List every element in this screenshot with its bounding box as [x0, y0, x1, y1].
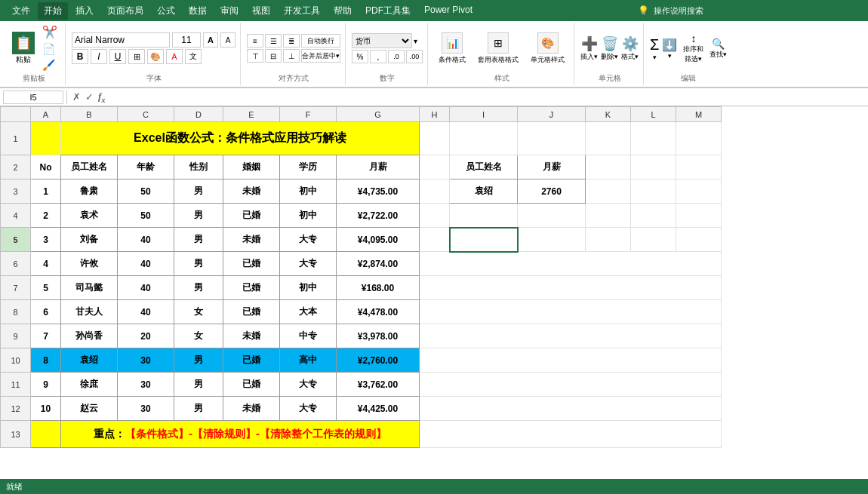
cell-d5[interactable]: 男	[174, 228, 223, 252]
cell-e8[interactable]: 已婚	[223, 300, 280, 324]
cell-f7[interactable]: 初中	[280, 276, 337, 300]
cell-h5[interactable]	[420, 228, 450, 252]
special-format-button[interactable]: 文	[185, 49, 202, 64]
cell-k3[interactable]	[586, 179, 631, 204]
search-label[interactable]: 操作说明搜索	[654, 5, 703, 17]
col-header-j[interactable]: J	[518, 107, 586, 122]
cell-d8[interactable]: 女	[174, 300, 223, 324]
cell-a4[interactable]: 2	[31, 204, 61, 228]
cell-d4[interactable]: 男	[174, 204, 223, 228]
cell-b6[interactable]: 许攸	[61, 252, 118, 276]
menu-view[interactable]: 视图	[246, 2, 276, 20]
cell-a13[interactable]	[31, 421, 61, 448]
underline-button[interactable]: U	[109, 49, 126, 64]
menu-developer[interactable]: 开发工具	[278, 2, 326, 20]
cell-h7-rest[interactable]	[420, 276, 722, 300]
sum-btn[interactable]: Σ ▾	[650, 36, 659, 61]
bot-align-btn[interactable]: ⊥	[283, 49, 300, 63]
cell-g6[interactable]: ¥2,874.00	[337, 252, 420, 276]
formula-input[interactable]	[108, 92, 865, 103]
cell-m4[interactable]	[676, 204, 722, 228]
menu-file[interactable]: 文件	[6, 2, 36, 20]
font-name-input[interactable]	[72, 32, 170, 48]
copy-button[interactable]: 📄	[41, 42, 59, 56]
align-center-btn[interactable]: ☰	[265, 34, 282, 48]
cell-h10-rest[interactable]	[420, 348, 722, 373]
cell-k4[interactable]	[586, 204, 631, 228]
cell-j1[interactable]	[518, 122, 586, 155]
cell-h12-rest[interactable]	[420, 397, 722, 421]
cell-l4[interactable]	[631, 204, 676, 228]
decimal-dec-btn[interactable]: .00	[406, 50, 423, 63]
cell-d12[interactable]: 男	[174, 397, 223, 421]
cell-i1[interactable]	[450, 122, 518, 155]
font-color-button[interactable]: A	[166, 49, 183, 64]
cell-b2[interactable]: 员工姓名	[61, 155, 118, 179]
menu-data[interactable]: 数据	[183, 2, 213, 20]
cell-h1[interactable]	[420, 122, 450, 155]
cell-i2[interactable]: 员工姓名	[450, 155, 518, 179]
cell-a1[interactable]	[31, 122, 61, 155]
menu-review[interactable]: 审阅	[214, 2, 245, 20]
cell-j5[interactable]	[518, 228, 586, 252]
cell-c5[interactable]: 40	[118, 228, 174, 252]
cell-j3[interactable]: 2760	[518, 179, 586, 204]
number-format-select[interactable]: 货币	[352, 33, 412, 48]
cell-d6[interactable]: 男	[174, 252, 223, 276]
cell-m5[interactable]	[676, 228, 722, 252]
cell-d10[interactable]: 男	[174, 348, 223, 373]
format-painter-button[interactable]: 🖌️	[41, 58, 59, 72]
col-header-m[interactable]: M	[676, 107, 722, 122]
col-header-h[interactable]: H	[420, 107, 450, 122]
cell-g10[interactable]: ¥2,760.00	[337, 348, 420, 373]
cell-l5[interactable]	[631, 228, 676, 252]
cell-a10[interactable]: 8	[31, 348, 61, 373]
cell-a5[interactable]: 3	[31, 228, 61, 252]
cell-a9[interactable]: 7	[31, 324, 61, 348]
format-as-table-btn[interactable]: ⊞ 套用表格格式	[473, 31, 523, 66]
cell-c12[interactable]: 30	[118, 397, 174, 421]
cell-b1-merged[interactable]: Excel函数公式：条件格式应用技巧解读	[61, 122, 420, 155]
format-cell-btn[interactable]: ⚙️ 格式▾	[621, 35, 639, 62]
cell-c11[interactable]: 30	[118, 373, 174, 397]
cell-i3[interactable]: 袁绍	[450, 179, 518, 204]
cell-k1[interactable]	[586, 122, 631, 155]
cell-e3[interactable]: 未婚	[223, 179, 280, 204]
cell-j4[interactable]	[518, 204, 586, 228]
cell-c9[interactable]: 20	[118, 324, 174, 348]
cell-e12[interactable]: 未婚	[223, 397, 280, 421]
cell-e9[interactable]: 未婚	[223, 324, 280, 348]
cell-f12[interactable]: 大专	[280, 397, 337, 421]
cell-b3[interactable]: 鲁肃	[61, 179, 118, 204]
cell-a6[interactable]: 4	[31, 252, 61, 276]
cell-f9[interactable]: 中专	[280, 324, 337, 348]
cancel-formula-icon[interactable]: ✗	[70, 91, 83, 103]
cell-e10[interactable]: 已婚	[223, 348, 280, 373]
menu-powerpivot[interactable]: Power Pivot	[418, 2, 479, 20]
cell-l1[interactable]	[631, 122, 676, 155]
cell-h11-rest[interactable]	[420, 373, 722, 397]
number-dropdown-icon[interactable]: ▾	[414, 37, 417, 45]
delete-cell-btn[interactable]: 🗑️ 删除▾	[601, 35, 618, 62]
cell-g8[interactable]: ¥4,478.00	[337, 300, 420, 324]
percent-btn[interactable]: %	[352, 50, 368, 63]
col-header-b[interactable]: B	[61, 107, 118, 122]
confirm-formula-icon[interactable]: ✓	[83, 91, 96, 103]
font-size-input[interactable]	[172, 32, 201, 48]
cell-h2[interactable]	[420, 155, 450, 179]
cell-g3[interactable]: ¥4,735.00	[337, 179, 420, 204]
col-header-l[interactable]: L	[631, 107, 676, 122]
cell-f8[interactable]: 大本	[280, 300, 337, 324]
align-right-btn[interactable]: ≣	[283, 34, 300, 48]
cell-f5[interactable]: 大专	[280, 228, 337, 252]
cell-a11[interactable]: 9	[31, 373, 61, 397]
cell-g5[interactable]: ¥4,095.00	[337, 228, 420, 252]
menu-pagelayout[interactable]: 页面布局	[101, 2, 149, 20]
cell-m1[interactable]	[676, 122, 722, 155]
wrap-text-btn[interactable]: 自动换行	[301, 34, 340, 48]
decrease-font-button[interactable]: A	[220, 32, 235, 48]
cell-g11[interactable]: ¥3,762.00	[337, 373, 420, 397]
cell-e2[interactable]: 婚姻	[223, 155, 280, 179]
cell-m2[interactable]	[676, 155, 722, 179]
cell-f4[interactable]: 初中	[280, 204, 337, 228]
